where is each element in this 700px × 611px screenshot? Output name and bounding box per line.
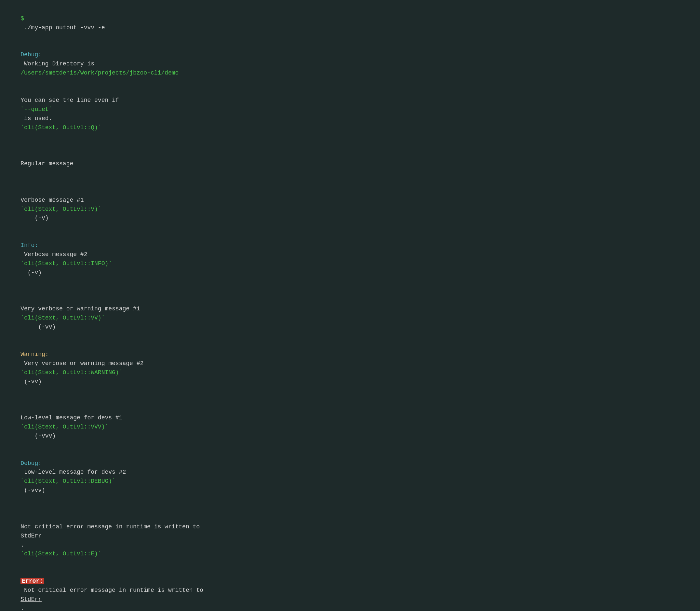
error-no-prefix: Not critical error message in runtime is…	[6, 513, 694, 568]
vvv1-text: Low-level message for devs #1	[20, 415, 147, 421]
vvv1-code: `cli($text, OutLvl::VVV)`	[20, 423, 108, 430]
quiet-code2: `cli($text, OutLvl::Q)`	[20, 124, 101, 131]
debug-vvv2-text: Low-level message for devs #2	[20, 469, 130, 475]
blank-5	[6, 504, 694, 513]
warning-code: `cli($text, OutLvl::WARNING)`	[20, 369, 122, 376]
blank-3	[6, 287, 694, 296]
regular-text: Regular message	[20, 160, 73, 167]
warning-text: Very verbose or warning message #2	[20, 360, 147, 367]
blank-1	[6, 141, 694, 150]
error-p-stderr: StdErr	[20, 596, 42, 602]
debug-working-dir: Debug: Working Directory is /Users/smetd…	[6, 42, 694, 87]
blank-4	[6, 395, 694, 404]
debug-vvv2-code: `cli($text, OutLvl::DEBUG)`	[20, 478, 116, 485]
warning-note: (-vv)	[20, 378, 42, 385]
error-np-text2: .	[20, 542, 48, 548]
terminal-output: $ ./my-app output -vvv -e Debug: Working…	[6, 5, 694, 611]
low-level-1: Low-level message for devs #1 `cli($text…	[6, 404, 694, 450]
error-np-code: `cli($text, OutLvl::E)`	[20, 551, 101, 557]
vvv1-note: (-vvv)	[20, 433, 56, 439]
warning-label: Warning:	[20, 351, 48, 358]
debug-vvv2-label: Debug:	[20, 460, 42, 466]
blank-2	[6, 178, 694, 187]
info-text: Verbose message #2	[20, 251, 94, 258]
error-p-text2: .	[20, 605, 28, 611]
error-np-stderr: StdErr	[20, 533, 42, 539]
verbose1-text: Verbose message #1	[20, 197, 112, 203]
quiet-code1: `--quiet`	[20, 106, 52, 113]
debug-path: /Users/smetdenis/Work/projects/jbzoo-cli…	[20, 70, 179, 76]
info-label: Info:	[20, 242, 38, 249]
command-text: ./my-app output -vvv -e	[20, 25, 105, 31]
info-code: `cli($text, OutLvl::INFO)`	[20, 260, 112, 267]
quiet-text2: is used.	[20, 115, 56, 122]
debug-vvv2: Debug: Low-level message for devs #2 `cl…	[6, 450, 694, 504]
command-line: $ ./my-app output -vvv -e	[6, 5, 694, 42]
error-with-prefix: Error: Not critical error message in run…	[6, 568, 694, 611]
very-verbose-1: Very verbose or warning message #1 `cli(…	[6, 296, 694, 341]
verbose1-code: `cli($text, OutLvl::V)`	[20, 206, 101, 212]
info-verbose-2: Info: Verbose message #2 `cli($text, Out…	[6, 232, 694, 286]
vv1-code: `cli($text, OutLvl::VV)`	[20, 315, 105, 321]
verbose-message-1: Verbose message #1 `cli($text, OutLvl::V…	[6, 187, 694, 232]
quiet-notice: You can see the line even if `--quiet` i…	[6, 87, 694, 141]
vv1-text: Very verbose or warning message #1	[20, 306, 165, 312]
error-badge: Error:	[20, 578, 44, 584]
prompt-symbol: $	[20, 15, 24, 22]
debug-label: Debug:	[20, 51, 42, 58]
quiet-text1: You can see the line even if	[20, 97, 122, 103]
verbose1-note: (-v)	[20, 215, 48, 221]
debug-vvv2-note: (-vvv)	[20, 487, 45, 494]
error-p-text1: Not critical error message in runtime is…	[20, 587, 207, 593]
error-np-text1: Not critical error message in runtime is…	[20, 523, 203, 530]
warning-vv2: Warning: Very verbose or warning message…	[6, 341, 694, 395]
regular-message: Regular message	[6, 150, 694, 178]
vv1-note: (-vv)	[20, 324, 56, 330]
debug-text: Working Directory is	[20, 60, 98, 67]
info-note: (-v)	[20, 269, 42, 276]
